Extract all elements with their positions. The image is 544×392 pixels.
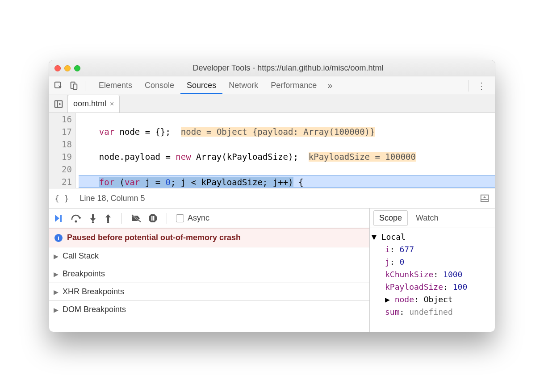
- deactivate-breakpoints-button[interactable]: [131, 213, 142, 223]
- tab-scope[interactable]: Scope: [373, 210, 408, 226]
- section-dom-breakpoints[interactable]: ▶ DOM Breakpoints: [49, 301, 369, 318]
- svg-marker-5: [59, 103, 61, 105]
- tab-console[interactable]: Console: [138, 77, 180, 94]
- async-toggle[interactable]: Async: [176, 213, 209, 223]
- devtools-window: Developer Tools - https://ulan.github.io…: [49, 60, 495, 332]
- tab-network[interactable]: Network: [222, 77, 264, 94]
- file-tabstrip: oom.html ×: [49, 95, 495, 113]
- pause-exceptions-button[interactable]: [148, 213, 158, 223]
- navigator-toggle-button[interactable]: [49, 95, 68, 113]
- svg-point-12: [75, 220, 77, 222]
- device-toggle-icon[interactable]: [69, 81, 79, 91]
- svg-rect-21: [151, 216, 153, 221]
- close-icon[interactable]: ×: [110, 100, 114, 108]
- info-icon: i: [54, 234, 63, 242]
- pause-message: i Paused before potential out-of-memory …: [49, 228, 369, 247]
- pause-message-text: Paused before potential out-of-memory cr…: [67, 233, 241, 242]
- line-gutter: 16171819202122: [49, 113, 76, 188]
- svg-marker-16: [105, 214, 111, 217]
- svg-rect-22: [153, 216, 155, 221]
- traffic-lights: [54, 65, 80, 71]
- svg-point-18: [107, 221, 109, 223]
- scope-var-node[interactable]: ▶ node: Object: [372, 293, 491, 306]
- scope-panel: Scope Watch ▼ Local i: 677 j: 0 kChunkSi…: [370, 209, 495, 332]
- svg-marker-11: [78, 217, 81, 219]
- scope-var-sum[interactable]: sum: undefined: [372, 306, 491, 318]
- svg-rect-17: [107, 217, 109, 221]
- checkbox-icon[interactable]: [176, 214, 184, 222]
- step-out-button[interactable]: [104, 213, 113, 223]
- tab-sources[interactable]: Sources: [180, 77, 222, 94]
- scope-tree[interactable]: ▼ Local i: 677 j: 0 kChunkSize: 1000 kPa…: [370, 228, 495, 321]
- svg-rect-13: [92, 214, 94, 218]
- minimize-window-button[interactable]: [64, 65, 71, 71]
- step-into-button[interactable]: [88, 213, 97, 223]
- section-label: Call Stack: [63, 251, 99, 261]
- pretty-print-button[interactable]: { }: [54, 194, 69, 203]
- section-label: DOM Breakpoints: [63, 305, 126, 314]
- inline-hint: node = Object {payload: Array(100000)}: [181, 127, 375, 137]
- resume-button[interactable]: [54, 213, 64, 223]
- svg-rect-2: [73, 84, 77, 89]
- svg-marker-14: [90, 218, 96, 221]
- disclosure-icon: ▶: [54, 271, 60, 278]
- window-title: Developer Tools - https://ulan.github.io…: [87, 63, 490, 73]
- debugger-toolbar: Async: [49, 209, 369, 228]
- source-editor[interactable]: 16171819202122 var node = {}; node = Obj…: [49, 113, 495, 188]
- tab-watch[interactable]: Watch: [410, 211, 444, 225]
- scope-tabs: Scope Watch: [370, 209, 495, 228]
- debugger-panel: Async i Paused before potential out-of-m…: [49, 209, 495, 332]
- cursor-position: Line 18, Column 5: [80, 194, 145, 203]
- svg-rect-10: [60, 215, 62, 222]
- step-over-button[interactable]: [71, 213, 82, 223]
- scope-var-i[interactable]: i: 677: [372, 243, 491, 256]
- section-call-stack[interactable]: ▶ Call Stack: [49, 247, 369, 265]
- disclosure-icon: ▶: [54, 306, 60, 313]
- section-label: XHR Breakpoints: [63, 287, 124, 296]
- tab-performance[interactable]: Performance: [264, 77, 323, 94]
- close-window-button[interactable]: [54, 65, 61, 71]
- titlebar: Developer Tools - https://ulan.github.io…: [49, 60, 495, 76]
- more-tabs-button[interactable]: »: [323, 80, 337, 91]
- file-tab-label: oom.html: [73, 99, 106, 108]
- debugger-left: Async i Paused before potential out-of-m…: [49, 209, 370, 332]
- section-xhr-breakpoints[interactable]: ▶ XHR Breakpoints: [49, 283, 369, 301]
- panel-tabs: Elements Console Sources Network Perform…: [49, 76, 495, 95]
- disclosure-icon: ▶: [54, 253, 60, 260]
- section-label: Breakpoints: [63, 269, 105, 279]
- svg-marker-8: [483, 196, 486, 198]
- disclosure-icon: ▶: [54, 288, 60, 296]
- file-tab-oom[interactable]: oom.html ×: [67, 95, 120, 113]
- code-body[interactable]: var node = {}; node = Object {payload: A…: [76, 113, 495, 188]
- tab-elements[interactable]: Elements: [92, 77, 138, 94]
- svg-point-15: [92, 221, 94, 223]
- scope-var-kpayloadsize[interactable]: kPayloadSize: 100: [372, 281, 491, 293]
- dock-toggle-icon[interactable]: [480, 193, 490, 203]
- section-breakpoints[interactable]: ▶ Breakpoints: [49, 265, 369, 283]
- async-label: Async: [188, 213, 209, 223]
- zoom-window-button[interactable]: [74, 65, 80, 71]
- svg-marker-9: [55, 215, 59, 222]
- scope-var-j[interactable]: j: 0: [372, 256, 491, 268]
- scope-local[interactable]: ▼ Local: [372, 231, 491, 243]
- inspect-icon[interactable]: [54, 81, 63, 91]
- editor-statusbar: { } Line 18, Column 5: [49, 188, 495, 209]
- scope-var-kchunksize[interactable]: kChunkSize: 1000: [372, 268, 491, 281]
- svg-rect-3: [54, 100, 62, 107]
- settings-menu-button[interactable]: ⋮: [473, 80, 490, 91]
- inline-hint: kPayloadSize = 100000: [309, 152, 416, 162]
